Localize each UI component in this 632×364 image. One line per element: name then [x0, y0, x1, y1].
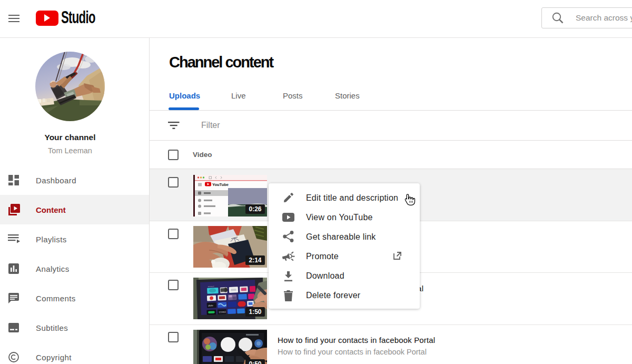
svg-text:YouTube: YouTube	[212, 182, 229, 187]
svg-text:amazon: amazon	[208, 285, 214, 288]
svg-text:STARZ: STARZ	[219, 311, 226, 314]
svg-text:pluto: pluto	[208, 304, 213, 307]
